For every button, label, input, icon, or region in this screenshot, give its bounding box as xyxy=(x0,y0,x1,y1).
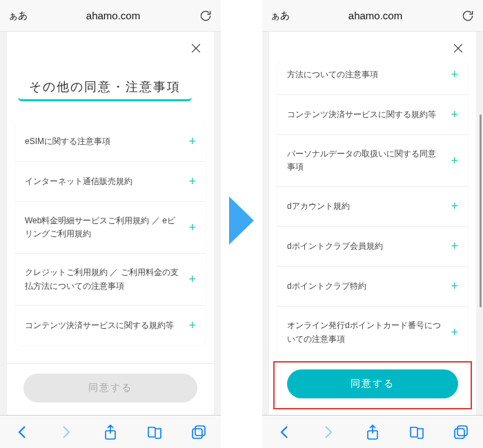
phone-screen-right: ぁあ ahamo.com 方法についての注意事項 + xyxy=(262,0,483,448)
agreement-label: Web料金明細サービスご利用規約 ／ eビリングご利用規約 xyxy=(25,214,180,241)
agreement-row[interactable]: dポイントクラブ会員規約 + xyxy=(277,227,468,267)
expand-icon[interactable]: + xyxy=(451,108,458,122)
page-content: その他の同意・注意事項 eSIMに関する注意事項 + インターネット通信販売規約… xyxy=(0,32,221,415)
expand-icon[interactable]: + xyxy=(188,134,196,149)
bookmarks-icon[interactable] xyxy=(146,424,163,440)
svg-rect-9 xyxy=(457,426,467,436)
forward-icon xyxy=(320,424,337,440)
agreement-row[interactable]: コンテンツ決済サービスに関する規約等 + xyxy=(277,95,468,135)
scroll-indicator[interactable] xyxy=(480,114,482,307)
bookmarks-icon[interactable] xyxy=(408,424,425,440)
close-icon[interactable] xyxy=(189,41,203,55)
agree-button-disabled: 同意する xyxy=(23,374,197,403)
agreement-row[interactable]: eSIMに関する注意事項 + xyxy=(15,122,206,162)
expand-icon[interactable]: + xyxy=(188,318,196,333)
expand-icon[interactable]: + xyxy=(451,154,458,168)
text-size-button[interactable]: ぁあ xyxy=(8,10,28,22)
phone-screen-left: ぁあ ahamo.com その他の同意・注意事項 xyxy=(0,0,221,448)
svg-rect-4 xyxy=(193,429,202,438)
agreement-row[interactable]: オンライン発行dポイントカード番号についての注意事項 + xyxy=(277,307,468,358)
expand-icon[interactable]: + xyxy=(188,221,196,235)
agreement-row[interactable]: コンテンツ決済サービスに関する規約等 + xyxy=(15,306,206,345)
agreement-label: dポイントクラブ会員規約 xyxy=(287,240,442,253)
agreement-label: eSIMに関する注意事項 xyxy=(25,135,180,148)
agreement-label: 方法についての注意事項 xyxy=(287,68,442,81)
expand-icon[interactable]: + xyxy=(451,239,458,254)
agreement-list: eSIMに関する注意事項 + インターネット通信販売規約 + Web料金明細サー… xyxy=(7,122,214,363)
tabs-icon[interactable] xyxy=(453,424,469,440)
agreement-label: dポイントクラブ特約 xyxy=(287,280,442,293)
address-bar-url[interactable]: ahamo.com xyxy=(86,10,140,21)
agreement-list: 方法についての注意事項 + コンテンツ決済サービスに関する規約等 + パーソナル… xyxy=(269,62,476,358)
agreement-row[interactable]: dポイントクラブ特約 + xyxy=(277,267,468,307)
agreement-row[interactable]: dアカウント規約 + xyxy=(277,187,468,227)
forward-icon xyxy=(58,424,75,440)
close-icon[interactable] xyxy=(451,41,465,55)
agree-bar: 同意する xyxy=(7,363,214,415)
tabs-icon[interactable] xyxy=(190,424,207,440)
safari-bottom-bar xyxy=(0,415,221,448)
agreement-row[interactable]: 方法についての注意事項 + xyxy=(277,62,468,95)
safari-bottom-bar xyxy=(262,415,483,448)
page-content: 方法についての注意事項 + コンテンツ決済サービスに関する規約等 + パーソナル… xyxy=(262,32,483,415)
section-title: その他の同意・注意事項 xyxy=(18,62,192,101)
agree-highlight-box: 同意する xyxy=(273,361,472,409)
address-bar-url[interactable]: ahamo.com xyxy=(348,10,402,21)
expand-icon[interactable]: + xyxy=(451,325,458,340)
agree-button[interactable]: 同意する xyxy=(287,369,458,398)
agreement-label: コンテンツ決済サービスに関する規約等 xyxy=(287,108,442,121)
agreement-row[interactable]: パーソナルデータの取扱いに関する同意事項 + xyxy=(277,135,468,187)
svg-rect-10 xyxy=(455,429,464,438)
safari-top-bar: ぁあ ahamo.com xyxy=(262,0,483,32)
agreement-label: コンテンツ決済サービスに関する規約等 xyxy=(25,319,180,332)
arrow-icon xyxy=(228,193,255,248)
agreement-label: インターネット通信販売規約 xyxy=(25,175,180,188)
svg-marker-5 xyxy=(229,196,254,245)
agreement-row[interactable]: インターネット通信販売規約 + xyxy=(15,162,206,202)
share-icon[interactable] xyxy=(364,424,381,440)
reload-icon[interactable] xyxy=(199,9,213,23)
safari-top-bar: ぁあ ahamo.com xyxy=(0,0,221,32)
back-icon[interactable] xyxy=(14,424,30,440)
expand-icon[interactable]: + xyxy=(188,174,196,189)
svg-rect-3 xyxy=(195,426,205,436)
agreement-label: パーソナルデータの取扱いに関する同意事項 xyxy=(287,147,442,174)
agreement-label: dアカウント規約 xyxy=(287,200,442,213)
expand-icon[interactable]: + xyxy=(188,272,196,287)
expand-icon[interactable]: + xyxy=(451,68,458,82)
text-size-button[interactable]: ぁあ xyxy=(270,10,290,22)
share-icon[interactable] xyxy=(102,424,119,440)
app-frame: 方法についての注意事項 + コンテンツ決済サービスに関する規約等 + パーソナル… xyxy=(269,32,476,415)
app-frame: その他の同意・注意事項 eSIMに関する注意事項 + インターネット通信販売規約… xyxy=(7,32,214,415)
agreement-label: オンライン発行dポイントカード番号についての注意事項 xyxy=(287,319,442,345)
back-icon[interactable] xyxy=(276,424,293,440)
reload-icon[interactable] xyxy=(461,9,475,23)
expand-icon[interactable]: + xyxy=(451,279,458,294)
agreement-label: クレジットご利用規約 ／ ご利用料金の支払方法についての注意事項 xyxy=(25,266,180,292)
expand-icon[interactable]: + xyxy=(451,199,458,214)
agreement-row[interactable]: クレジットご利用規約 ／ ご利用料金の支払方法についての注意事項 + xyxy=(15,254,206,305)
agreement-row[interactable]: Web料金明細サービスご利用規約 ／ eビリングご利用規約 + xyxy=(15,202,206,254)
